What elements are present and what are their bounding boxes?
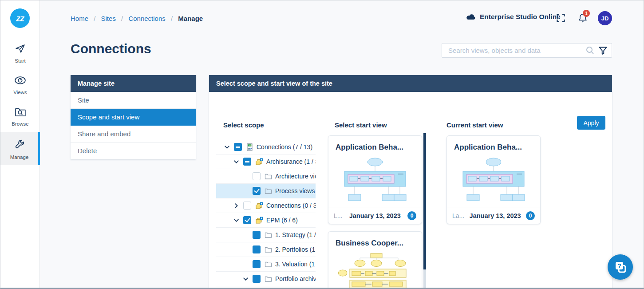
modified-by: L... [334, 212, 342, 219]
folder-icon [265, 173, 272, 180]
app-window: zz Start Views Browse Manage [0, 0, 644, 289]
svg-text:?: ? [617, 262, 621, 269]
tree-item-label: Architecture vie [275, 173, 316, 180]
checkbox-empty[interactable] [253, 172, 261, 180]
tree-item-label: EPM (6 / 6) [266, 217, 298, 224]
view-card-title: Application Beha... [328, 136, 422, 154]
folder-search-icon [0, 107, 40, 119]
select-scope-label: Select scope [223, 121, 264, 129]
view-card-footer: La...January 13, 20230 [447, 207, 540, 224]
view-card[interactable]: Application Beha...La...January 13, 2023… [446, 135, 541, 224]
sidebar-item-views[interactable]: Views [0, 71, 40, 95]
tree-item-label: 3. Valuation (1 [275, 261, 315, 268]
view-card-title: Business Cooper... [328, 232, 422, 250]
comment-count-badge: 0 [407, 211, 416, 220]
eye-icon [0, 75, 40, 87]
tree-row[interactable]: 2. Portfolios (1 [216, 242, 316, 257]
tree-row[interactable]: 1. Strategy (1 / [216, 228, 316, 242]
search-input[interactable] [447, 46, 581, 55]
chevron-down-icon[interactable] [224, 144, 234, 150]
breadcrumb-separator: / [121, 15, 123, 22]
view-card[interactable]: Application Beha...L...January 13, 20230 [328, 135, 422, 224]
tree-row[interactable]: Process views ( [216, 184, 316, 198]
checkbox-solid[interactable] [253, 231, 261, 239]
manage-item-share-and-embed[interactable]: Share and embed [71, 126, 196, 143]
breadcrumb-sites[interactable]: Sites [101, 15, 116, 22]
cloud-icon [466, 13, 476, 21]
current-start-view-label: Current start view [446, 121, 503, 129]
tree-row[interactable]: Portfolio archiv [216, 272, 316, 286]
tree-row[interactable]: EPM (6 / 6) [216, 213, 316, 228]
checkbox-indeterminate[interactable] [234, 143, 242, 151]
view-card[interactable]: Business Cooper... [328, 231, 422, 289]
tree-row[interactable]: mMPConnections (7 / 13) [216, 140, 316, 154]
checkbox-checked[interactable] [243, 216, 251, 224]
modified-date: January 13, 2023 [468, 212, 522, 219]
checkbox-empty[interactable] [243, 202, 251, 210]
view-thumbnail [447, 154, 540, 207]
sidebar-item-manage[interactable]: Manage [0, 132, 40, 165]
start-view-scrollbar[interactable] [423, 133, 426, 289]
breadcrumb-connections[interactable]: Connections [128, 15, 165, 22]
manage-site-header: Manage site [71, 75, 196, 92]
scope-panel: Select scope and start view of the site … [209, 75, 612, 289]
notifications-bell[interactable]: 1 [578, 13, 588, 25]
checkbox-solid[interactable] [253, 245, 261, 253]
tree-row[interactable]: Architecture vie [216, 169, 316, 184]
page-title: Connections [71, 41, 151, 56]
breadcrumb: Home / Sites / Connections / Manage [71, 15, 203, 22]
chevron-down-icon[interactable] [233, 159, 243, 165]
sidebar: zz Start Views Browse Manage [0, 0, 40, 288]
manage-item-scope-and-start-view[interactable]: Scope and start view [71, 109, 196, 126]
checkbox-indeterminate[interactable] [243, 158, 251, 166]
folder-icon [265, 246, 272, 253]
search-icon[interactable] [586, 46, 594, 55]
folder-icon [265, 261, 272, 268]
fullscreen-icon[interactable] [557, 14, 565, 24]
tree-item-label: Process views ( [275, 187, 316, 194]
folder-icon [265, 276, 272, 282]
tree-item-label: Portfolio archiv [275, 275, 316, 282]
scope-panel-header: Select scope and start view of the site [209, 75, 612, 92]
tree-row[interactable]: Archisurance (1 / 3 [216, 154, 316, 169]
view-thumbnail [328, 154, 422, 207]
sidebar-item-label: Views [0, 90, 40, 95]
modified-by: La... [452, 212, 464, 219]
filter-funnel-icon[interactable] [599, 47, 607, 55]
view-card-footer: L...January 13, 20230 [328, 207, 422, 224]
scrollbar-thumb[interactable] [423, 133, 426, 269]
breadcrumb-manage: Manage [178, 15, 203, 22]
avatar[interactable]: JD [598, 11, 612, 25]
manage-item-site[interactable]: Site [71, 92, 196, 109]
manage-site-panel: Manage site Site Scope and start view Sh… [71, 75, 196, 159]
checkbox-solid[interactable] [253, 275, 261, 283]
tree-row[interactable]: Connections (0 / 3 [216, 198, 316, 213]
breadcrumb-home[interactable]: Home [71, 15, 88, 22]
folder-icon [265, 188, 272, 194]
bizzdesign-logo[interactable]: zz [10, 8, 30, 28]
tree-item-label: Connections (7 / 13) [257, 143, 312, 150]
tree-row[interactable]: Application [216, 286, 316, 289]
sidebar-item-start[interactable]: Start [0, 40, 40, 63]
current-start-view: Application Beha...La...January 13, 2023… [446, 135, 541, 231]
tree-row[interactable]: 3. Valuation (1 [216, 257, 316, 272]
apply-button[interactable]: Apply [577, 116, 605, 130]
manage-item-delete[interactable]: Delete [71, 143, 196, 159]
search-box [442, 43, 612, 58]
modified-date: January 13, 2023 [346, 212, 404, 219]
sidebar-item-browse[interactable]: Browse [0, 103, 40, 127]
chevron-down-icon[interactable] [243, 276, 253, 282]
tree-item-label: 2. Portfolios (1 [275, 246, 315, 253]
package-icon [255, 202, 263, 210]
sidebar-item-label: Start [0, 58, 40, 63]
checkbox-checked[interactable] [253, 187, 261, 195]
model-package-icon: mMP [246, 143, 253, 151]
breadcrumb-separator: / [171, 15, 173, 22]
chevron-right-icon[interactable] [233, 203, 243, 209]
help-button[interactable]: ? [608, 254, 633, 280]
checkbox-solid[interactable] [253, 260, 261, 268]
send-icon [0, 43, 40, 56]
product-name: Enterprise Studio Online [466, 13, 561, 21]
chevron-down-icon[interactable] [233, 218, 243, 223]
breadcrumb-separator: / [94, 15, 95, 22]
